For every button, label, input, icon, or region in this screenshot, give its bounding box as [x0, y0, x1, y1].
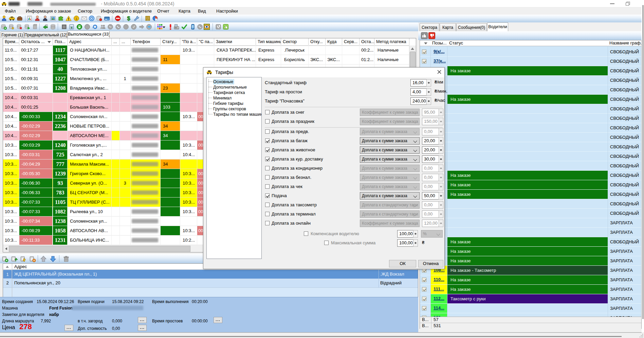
svg-text:1: 1 [75, 17, 77, 20]
svg-text:$: $ [71, 26, 73, 29]
svg-text:$: $ [127, 15, 130, 21]
